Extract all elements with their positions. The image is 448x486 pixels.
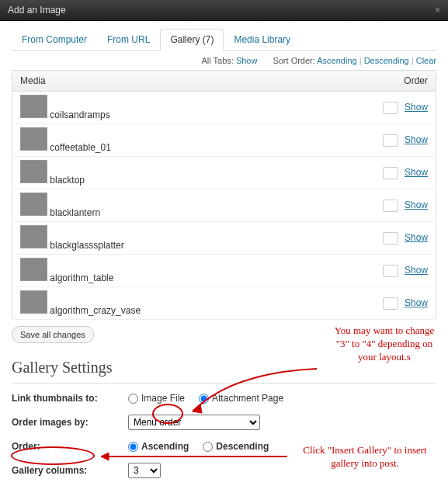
annotation-insert: Click "Insert Gallery" to insert gallery…	[291, 444, 439, 470]
svg-marker-2	[101, 453, 109, 460]
show-link[interactable]: Show	[405, 167, 428, 178]
order-input[interactable]	[383, 200, 398, 212]
thumbnail-icon	[20, 225, 47, 248]
media-name: blacktop	[50, 175, 85, 186]
media-name: coilsandramps	[50, 109, 109, 120]
radio-image-file[interactable]: Image File	[128, 393, 185, 404]
order-input[interactable]	[383, 134, 398, 147]
col-media: Media	[12, 71, 305, 92]
tab-media-library[interactable]: Media Library	[224, 29, 300, 50]
media-name: algorithm_crazy_vase	[50, 305, 141, 316]
order-input[interactable]	[383, 167, 398, 179]
columns-select[interactable]: 3	[128, 463, 161, 478]
media-table: Media Order coilsandrampsShow coffeetabl…	[12, 70, 436, 320]
order-input[interactable]	[383, 265, 398, 277]
arrow-icon	[97, 449, 291, 464]
thumbnail-icon	[20, 95, 47, 118]
annotation-columns: You may want to change "3" to "4" depend…	[330, 325, 439, 364]
svg-marker-0	[193, 404, 202, 413]
media-name: algorithm_table	[50, 273, 113, 283]
table-row: blacklanternShow	[12, 189, 436, 222]
alltabs-label: All Tabs:	[201, 56, 233, 65]
table-row: coilsandrampsShow	[12, 92, 436, 124]
sort-clear-link[interactable]: Clear	[416, 56, 436, 65]
show-link[interactable]: Show	[405, 297, 428, 308]
dialog-header: Add an Image ×	[0, 0, 448, 21]
media-name: coffeetable_01	[50, 142, 111, 153]
link-thumbnails-label: Link thumbnails to:	[12, 393, 128, 404]
show-link[interactable]: Show	[405, 265, 428, 276]
sortorder-label: Sort Order:	[273, 56, 314, 65]
order-input[interactable]	[383, 297, 398, 310]
table-row: coffeetable_01Show	[12, 124, 436, 157]
alltabs-show-link[interactable]: Show	[236, 56, 258, 65]
thumbnail-icon	[20, 258, 47, 281]
tab-from-computer[interactable]: From Computer	[12, 29, 97, 50]
table-row: blacktopShow	[12, 157, 436, 189]
thumbnail-icon	[20, 127, 47, 151]
table-row: blackglasssplatterShow	[12, 222, 436, 255]
show-link[interactable]: Show	[405, 232, 428, 243]
table-row: algorithm_tableShow	[12, 255, 436, 287]
show-link[interactable]: Show	[405, 102, 428, 113]
order-input[interactable]	[383, 232, 398, 245]
media-name: blacklantern	[50, 207, 100, 218]
toolbar: All Tabs: Show Sort Order: Ascending | D…	[12, 56, 436, 65]
arrow-icon	[185, 365, 325, 427]
show-link[interactable]: Show	[405, 134, 428, 145]
col-order: Order	[305, 71, 436, 92]
orderby-label: Order images by:	[12, 417, 128, 428]
save-all-button[interactable]: Save all changes	[12, 326, 94, 343]
tabs: From Computer From URL Gallery (7) Media…	[12, 29, 436, 51]
show-link[interactable]: Show	[405, 200, 428, 210]
dialog-title: Add an Image	[8, 5, 66, 16]
tab-gallery[interactable]: Gallery (7)	[160, 29, 224, 51]
columns-label: Gallery columns:	[12, 465, 128, 476]
table-row: algorithm_crazy_vaseShow	[12, 287, 436, 320]
tab-from-url[interactable]: From URL	[97, 29, 160, 50]
order-input[interactable]	[383, 102, 398, 114]
thumbnail-icon	[20, 193, 47, 216]
dialog: Add an Image × From Computer From URL Ga…	[0, 0, 448, 486]
close-icon[interactable]: ×	[435, 5, 440, 16]
thumbnail-icon	[20, 290, 47, 314]
sort-asc-link[interactable]: Ascending	[317, 56, 356, 65]
media-name: blackglasssplatter	[50, 240, 123, 251]
sort-desc-link[interactable]: Descending	[364, 56, 409, 65]
thumbnail-icon	[20, 160, 47, 183]
